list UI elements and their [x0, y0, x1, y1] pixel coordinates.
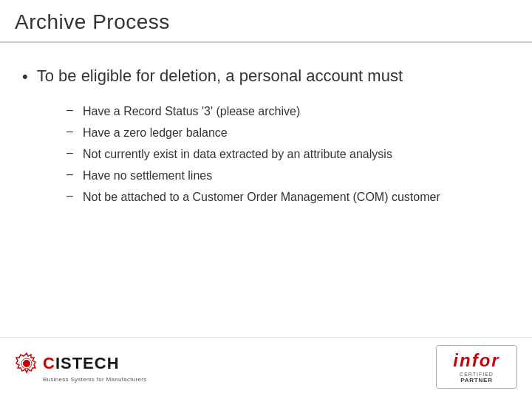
- list-item: – Have no settlement lines: [66, 167, 510, 184]
- cistech-name: CISTECH: [43, 354, 120, 373]
- sub-item-text-5: Not be attached to a Customer Order Mana…: [83, 188, 440, 205]
- sub-dash-1: –: [66, 103, 74, 117]
- sub-item-text-2: Have a zero ledger balance: [83, 124, 228, 141]
- bullet-dot: •: [22, 66, 28, 88]
- list-item: – Have a zero ledger balance: [66, 124, 510, 141]
- slide-header: Archive Process: [0, 0, 532, 43]
- sub-item-text-3: Not currently exist in data extracted by…: [83, 146, 392, 163]
- svg-point-2: [24, 361, 30, 366]
- infor-certified: CERTIFIED: [460, 372, 494, 377]
- infor-partner: PARTNER: [460, 377, 493, 383]
- list-item: – Not currently exist in data extracted …: [66, 146, 510, 163]
- cistech-top: CISTECH: [15, 352, 120, 375]
- cistech-tagline: Business Systems for Manufacturers: [43, 376, 146, 383]
- list-item: – Not be attached to a Customer Order Ma…: [66, 188, 510, 205]
- main-bullet-text: To be eligible for deletion, a personal …: [37, 65, 403, 87]
- slide-footer: CISTECH Business Systems for Manufacture…: [0, 337, 532, 399]
- sub-dash-5: –: [66, 189, 74, 202]
- sub-dash-4: –: [66, 168, 74, 181]
- main-bullet: • To be eligible for deletion, a persona…: [22, 65, 510, 88]
- sub-dash-2: –: [66, 125, 74, 138]
- infor-wordmark: infor: [453, 350, 499, 371]
- sub-item-text-4: Have no settlement lines: [83, 167, 212, 184]
- slide-content: • To be eligible for deletion, a persona…: [0, 43, 532, 337]
- sub-item-text-1: Have a Record Status '3' (please archive…: [83, 103, 300, 120]
- list-item: – Have a Record Status '3' (please archi…: [66, 103, 510, 120]
- cistech-logo: CISTECH Business Systems for Manufacture…: [15, 352, 146, 383]
- slide-title: Archive Process: [15, 10, 517, 34]
- infor-logo: infor CERTIFIED PARTNER: [436, 345, 517, 389]
- sub-dash-3: –: [66, 146, 74, 160]
- sub-list: – Have a Record Status '3' (please archi…: [66, 103, 510, 206]
- cistech-gear-icon: [15, 352, 38, 375]
- slide: Archive Process • To be eligible for del…: [0, 0, 532, 399]
